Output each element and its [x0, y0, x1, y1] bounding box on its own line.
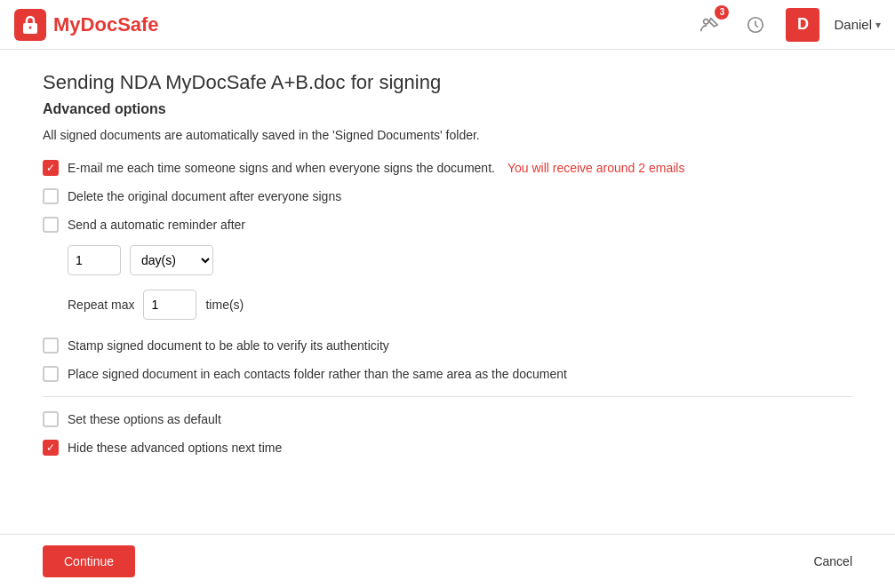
logo-icon [14, 9, 46, 41]
footer: Continue Cancel [0, 534, 895, 588]
delete-option-row: Delete the original document after every… [43, 188, 852, 204]
section-title: Advanced options [43, 101, 852, 117]
cancel-button[interactable]: Cancel [813, 554, 852, 568]
notifications-button[interactable]: 3 [693, 9, 725, 41]
email-label: E-mail me each time someone signs and wh… [68, 161, 495, 175]
hide-checkbox[interactable]: ✓ [43, 440, 59, 456]
set-default-checkbox[interactable] [43, 411, 59, 427]
hide-option-row: ✓ Hide these advanced options next time [43, 440, 852, 456]
place-label: Place signed document in each contacts f… [68, 367, 567, 381]
email-option-row: ✓ E-mail me each time someone signs and … [43, 160, 852, 176]
svg-point-2 [704, 19, 709, 23]
logo-text: MyDocSafe [53, 13, 159, 36]
email-notice: You will receive around 2 emails [507, 161, 684, 175]
user-name-button[interactable]: Daniel ▾ [834, 17, 881, 32]
reminder-label: Send a automatic reminder after [68, 218, 245, 232]
avatar[interactable]: D [786, 8, 819, 42]
delete-checkbox[interactable] [43, 188, 59, 204]
set-default-option-row: Set these options as default [43, 411, 852, 427]
header: MyDocSafe 3 D Daniel ▾ [0, 0, 895, 50]
repeat-suffix: time(s) [205, 298, 244, 312]
stamp-checkbox[interactable] [43, 338, 59, 354]
email-checkbox[interactable]: ✓ [43, 160, 59, 176]
logo-area: MyDocSafe [14, 9, 159, 41]
place-checkbox[interactable] [43, 366, 59, 382]
notification-badge: 3 [715, 5, 729, 20]
history-button[interactable] [739, 9, 771, 41]
reminder-unit-select[interactable]: day(s) week(s) month(s) [130, 245, 213, 275]
page-title: Sending NDA MyDocSafe A+B.doc for signin… [43, 71, 852, 94]
reminder-checkbox[interactable] [43, 217, 59, 233]
set-default-label: Set these options as default [68, 412, 221, 426]
repeat-value-input[interactable] [143, 290, 196, 320]
reminder-value-input[interactable] [68, 245, 121, 275]
repeat-row: Repeat max time(s) [68, 290, 852, 320]
header-right: 3 D Daniel ▾ [693, 8, 881, 42]
place-option-row: Place signed document in each contacts f… [43, 366, 852, 382]
main-content: Sending NDA MyDocSafe A+B.doc for signin… [0, 50, 895, 489]
reminder-controls: day(s) week(s) month(s) [68, 245, 852, 275]
hide-label: Hide these advanced options next time [68, 441, 282, 455]
repeat-label: Repeat max [68, 298, 134, 312]
stamp-option-row: Stamp signed document to be able to veri… [43, 338, 852, 354]
info-text: All signed documents are automatically s… [43, 128, 852, 142]
delete-label: Delete the original document after every… [68, 189, 341, 203]
chevron-down-icon: ▾ [875, 19, 881, 31]
svg-point-1 [29, 26, 32, 28]
continue-button[interactable]: Continue [43, 545, 135, 577]
stamp-label: Stamp signed document to be able to veri… [68, 338, 389, 353]
reminder-option-row: Send a automatic reminder after [43, 217, 852, 233]
divider [43, 396, 852, 397]
